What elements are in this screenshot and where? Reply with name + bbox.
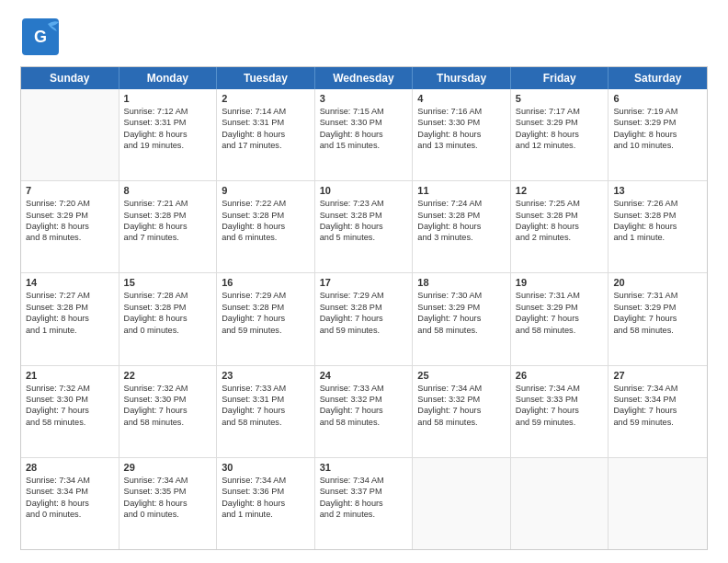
- day-number: 12: [516, 185, 604, 196]
- cell-text: Sunrise: 7:26 AM: [613, 198, 702, 209]
- cell-text: and 13 minutes.: [417, 140, 506, 151]
- cell-text: Sunrise: 7:28 AM: [124, 290, 212, 301]
- day-cell-20: 20Sunrise: 7:31 AMSunset: 3:29 PMDayligh…: [609, 273, 707, 364]
- cell-text: Daylight: 8 hours: [613, 221, 702, 232]
- cell-text: Sunset: 3:30 PM: [124, 394, 212, 405]
- cell-text: Sunset: 3:28 PM: [417, 210, 506, 221]
- cell-text: Daylight: 8 hours: [320, 221, 408, 232]
- cell-text: and 17 minutes.: [222, 140, 310, 151]
- cell-text: Daylight: 7 hours: [124, 405, 212, 416]
- day-cell-18: 18Sunrise: 7:30 AMSunset: 3:29 PMDayligh…: [413, 273, 511, 364]
- empty-cell: [609, 458, 707, 549]
- day-number: 19: [516, 277, 604, 288]
- cell-text: Daylight: 8 hours: [417, 129, 506, 140]
- cell-text: Sunrise: 7:12 AM: [124, 106, 212, 117]
- cell-text: and 15 minutes.: [320, 140, 408, 151]
- day-cell-6: 6Sunrise: 7:19 AMSunset: 3:29 PMDaylight…: [609, 89, 707, 180]
- cell-text: Sunset: 3:32 PM: [417, 394, 506, 405]
- day-cell-4: 4Sunrise: 7:16 AMSunset: 3:30 PMDaylight…: [413, 89, 511, 180]
- cell-text: Sunrise: 7:29 AM: [222, 290, 310, 301]
- calendar: SundayMondayTuesdayWednesdayThursdayFrid…: [20, 66, 708, 550]
- cell-text: Sunrise: 7:32 AM: [26, 383, 114, 394]
- day-cell-25: 25Sunrise: 7:34 AMSunset: 3:32 PMDayligh…: [413, 366, 511, 457]
- cell-text: Sunrise: 7:32 AM: [124, 383, 212, 394]
- cell-text: Sunset: 3:30 PM: [26, 394, 114, 405]
- cell-text: and 3 minutes.: [417, 232, 506, 243]
- cell-text: Sunset: 3:28 PM: [26, 302, 114, 313]
- cell-text: and 58 minutes.: [26, 417, 114, 428]
- cell-text: and 0 minutes.: [124, 325, 212, 336]
- cell-text: and 8 minutes.: [26, 232, 114, 243]
- cell-text: Sunrise: 7:24 AM: [417, 198, 506, 209]
- day-header-thursday: Thursday: [413, 67, 511, 89]
- cell-text: Daylight: 7 hours: [417, 313, 506, 324]
- cell-text: and 59 minutes.: [320, 325, 408, 336]
- cell-text: Sunset: 3:28 PM: [320, 210, 408, 221]
- cell-text: Sunset: 3:29 PM: [516, 117, 604, 128]
- cell-text: Sunrise: 7:15 AM: [320, 106, 408, 117]
- day-header-friday: Friday: [511, 67, 609, 89]
- cell-text: Daylight: 8 hours: [124, 313, 212, 324]
- week-row-4: 28Sunrise: 7:34 AMSunset: 3:34 PMDayligh…: [21, 458, 707, 549]
- day-cell-27: 27Sunrise: 7:34 AMSunset: 3:34 PMDayligh…: [609, 366, 707, 457]
- cell-text: Sunset: 3:29 PM: [613, 302, 702, 313]
- cell-text: Daylight: 8 hours: [516, 221, 604, 232]
- cell-text: Sunrise: 7:29 AM: [320, 290, 408, 301]
- calendar-header: SundayMondayTuesdayWednesdayThursdayFrid…: [21, 67, 707, 89]
- cell-text: Sunrise: 7:34 AM: [417, 383, 506, 394]
- cell-text: Daylight: 7 hours: [222, 313, 310, 324]
- cell-text: and 1 minute.: [222, 509, 310, 520]
- cell-text: Sunset: 3:33 PM: [516, 394, 604, 405]
- cell-text: Daylight: 7 hours: [613, 313, 702, 324]
- cell-text: Sunset: 3:30 PM: [417, 117, 506, 128]
- day-cell-26: 26Sunrise: 7:34 AMSunset: 3:33 PMDayligh…: [511, 366, 609, 457]
- cell-text: Sunset: 3:28 PM: [320, 302, 408, 313]
- cell-text: Daylight: 8 hours: [613, 129, 702, 140]
- cell-text: and 2 minutes.: [516, 232, 604, 243]
- cell-text: Daylight: 8 hours: [320, 498, 408, 509]
- cell-text: Sunrise: 7:16 AM: [417, 106, 506, 117]
- cell-text: Sunrise: 7:34 AM: [124, 475, 212, 486]
- cell-text: and 0 minutes.: [26, 509, 114, 520]
- cell-text: and 58 minutes.: [516, 325, 604, 336]
- day-number: 18: [417, 277, 506, 288]
- cell-text: Daylight: 8 hours: [124, 221, 212, 232]
- day-cell-14: 14Sunrise: 7:27 AMSunset: 3:28 PMDayligh…: [21, 273, 119, 364]
- cell-text: Sunrise: 7:34 AM: [320, 475, 408, 486]
- cell-text: Sunset: 3:36 PM: [222, 486, 310, 497]
- cell-text: and 7 minutes.: [124, 232, 212, 243]
- cell-text: and 58 minutes.: [124, 417, 212, 428]
- day-number: 16: [222, 277, 310, 288]
- cell-text: Daylight: 7 hours: [320, 405, 408, 416]
- cell-text: Sunset: 3:29 PM: [26, 210, 114, 221]
- day-cell-9: 9Sunrise: 7:22 AMSunset: 3:28 PMDaylight…: [217, 181, 315, 272]
- day-number: 14: [26, 277, 114, 288]
- cell-text: Sunrise: 7:31 AM: [613, 290, 702, 301]
- empty-cell: [413, 458, 511, 549]
- empty-cell: [511, 458, 609, 549]
- cell-text: Daylight: 8 hours: [222, 498, 310, 509]
- cell-text: Daylight: 8 hours: [26, 498, 114, 509]
- cell-text: Daylight: 8 hours: [222, 221, 310, 232]
- day-number: 5: [516, 93, 604, 104]
- cell-text: Sunset: 3:28 PM: [613, 210, 702, 221]
- day-cell-5: 5Sunrise: 7:17 AMSunset: 3:29 PMDaylight…: [511, 89, 609, 180]
- day-cell-17: 17Sunrise: 7:29 AMSunset: 3:28 PMDayligh…: [315, 273, 414, 364]
- cell-text: Sunset: 3:37 PM: [320, 486, 408, 497]
- cell-text: Daylight: 8 hours: [417, 221, 506, 232]
- day-header-monday: Monday: [119, 67, 218, 89]
- day-cell-12: 12Sunrise: 7:25 AMSunset: 3:28 PMDayligh…: [511, 181, 609, 272]
- cell-text: and 1 minute.: [26, 325, 114, 336]
- day-cell-10: 10Sunrise: 7:23 AMSunset: 3:28 PMDayligh…: [315, 181, 414, 272]
- cell-text: Sunrise: 7:33 AM: [320, 383, 408, 394]
- day-cell-11: 11Sunrise: 7:24 AMSunset: 3:28 PMDayligh…: [413, 181, 511, 272]
- cell-text: and 2 minutes.: [320, 509, 408, 520]
- day-number: 28: [26, 462, 114, 473]
- cell-text: and 5 minutes.: [320, 232, 408, 243]
- day-number: 4: [417, 93, 506, 104]
- cell-text: Sunrise: 7:33 AM: [222, 383, 310, 394]
- svg-text:G: G: [34, 28, 47, 46]
- cell-text: Sunrise: 7:23 AM: [320, 198, 408, 209]
- cell-text: Sunrise: 7:34 AM: [613, 383, 702, 394]
- day-number: 1: [124, 93, 212, 104]
